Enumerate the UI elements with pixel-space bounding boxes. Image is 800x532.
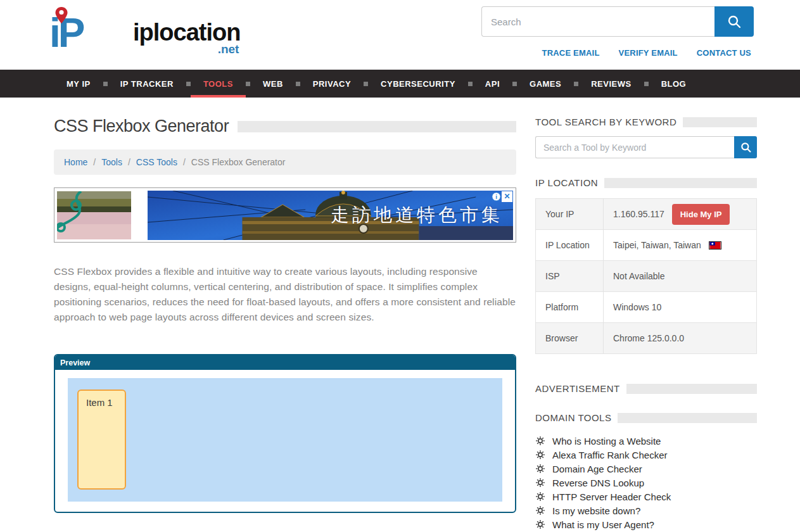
verify-email-link[interactable]: VERIFY EMAIL (619, 48, 678, 58)
nav-item-ip-tracker[interactable]: IP TRACKER (108, 70, 186, 98)
breadcrumb: Home / Tools / CSS Tools / CSS Flexbox G… (54, 149, 516, 175)
tool-search (535, 136, 757, 158)
tool-search-button[interactable] (734, 136, 757, 158)
site-logo[interactable]: iP iplocation .net (49, 8, 240, 58)
list-item[interactable]: Alexa Traffic Rank Checker (535, 448, 757, 462)
tool-search-heading-row: TOOL SEARCH BY KEYWORD (535, 117, 757, 127)
nav-item-privacy[interactable]: PRIVACY (300, 70, 364, 98)
tool-link: Domain Age Checker (552, 464, 642, 474)
list-item[interactable]: Is my website down? (535, 504, 757, 517)
gear-icon (535, 505, 545, 516)
tool-link: Alexa Traffic Rank Checker (552, 450, 667, 460)
tool-description: CSS Flexbox provides a flexible and intu… (54, 264, 516, 325)
platform-value: Windows 10 (604, 292, 757, 323)
taiwan-flag-icon (709, 241, 721, 250)
nav-separator (468, 82, 473, 86)
title-row: CSS Flexbox Generator (54, 117, 516, 136)
ad-close-icon[interactable]: ✕ (502, 191, 512, 202)
heading-decorative-bar (683, 117, 757, 127)
search-button[interactable] (714, 6, 754, 37)
ad-left-photo (57, 191, 131, 239)
advertisement-heading: ADVERTISEMENT (535, 383, 620, 394)
row-value-cell: Taipei, Taiwan, Taiwan (604, 230, 757, 261)
nav-item-web[interactable]: WEB (250, 70, 296, 98)
gear-icon (535, 464, 545, 474)
row-label: Platform (536, 292, 604, 323)
table-row: Your IP 1.160.95.117 Hide My IP (536, 199, 757, 230)
nav-item-api[interactable]: API (473, 70, 512, 98)
heading-decorative-bar (618, 413, 757, 423)
domain-tools-heading-row: DOMAIN TOOLS (535, 412, 757, 423)
title-decorative-bar (238, 121, 516, 132)
ip-location-table: Your IP 1.160.95.117 Hide My IP IP Locat… (535, 198, 757, 354)
list-item[interactable]: Reverse DNS Lookup (535, 476, 757, 490)
tool-search-input[interactable] (535, 136, 734, 158)
header-links: TRACE EMAIL VERIFY EMAIL CONTACT US (542, 48, 751, 58)
advertisement-heading-row: ADVERTISEMENT (535, 383, 757, 394)
logo-text: iplocation .net (133, 19, 240, 46)
flex-item-1[interactable]: Item 1 (77, 390, 126, 490)
content-area: CSS Flexbox Generator Home / Tools / CSS… (0, 98, 800, 531)
nav-separator (246, 82, 250, 86)
heading-decorative-bar (604, 178, 757, 188)
search-icon (740, 142, 751, 153)
tool-link: What is my User Agent? (552, 519, 654, 530)
logo-tld: .net (218, 42, 239, 56)
isp-value: Not Available (604, 261, 757, 292)
ad-banner[interactable]: 走訪地道特色市集 i ✕ (54, 187, 516, 243)
row-label: ISP (536, 261, 604, 292)
your-ip-value: 1.160.95.117 (613, 209, 664, 219)
heading-decorative-bar (626, 384, 757, 394)
nav-item-tools[interactable]: TOOLS (191, 70, 246, 98)
row-label: Browser (536, 323, 604, 354)
breadcrumb-separator: / (93, 157, 96, 167)
gear-icon (535, 519, 545, 529)
gear-icon (535, 491, 545, 502)
list-item[interactable]: HTTP Server Header Check (535, 490, 757, 504)
contact-us-link[interactable]: CONTACT US (697, 48, 751, 58)
preview-panel: Preview Item 1 (54, 354, 516, 513)
tool-search-heading: TOOL SEARCH BY KEYWORD (535, 117, 676, 127)
domain-tools-list: Who is Hosting a Website Alexa Traffic R… (535, 434, 757, 531)
sidebar: TOOL SEARCH BY KEYWORD IP LOCATION (535, 115, 757, 531)
breadcrumb-tools[interactable]: Tools (101, 157, 122, 167)
tool-link: HTTP Server Header Check (552, 491, 671, 502)
breadcrumb-separator: / (183, 157, 186, 167)
tool-link: Is my website down? (552, 505, 640, 516)
nav-item-cybersecurity[interactable]: CYBERSECURITY (368, 70, 468, 98)
list-item[interactable]: What is my User Agent? (535, 517, 757, 531)
ip-location-value: Taipei, Taiwan, Taiwan (613, 240, 701, 250)
main-nav: MY IP IP TRACKER TOOLS WEB PRIVACY CYBER… (0, 70, 800, 98)
nav-separator (103, 82, 108, 86)
row-value-cell: 1.160.95.117 Hide My IP (604, 199, 757, 230)
ad-main-image: 走訪地道特色市集 i ✕ (148, 191, 513, 240)
breadcrumb-current: CSS Flexbox Generator (191, 157, 286, 167)
list-item[interactable]: Domain Age Checker (535, 462, 757, 476)
nav-item-blog[interactable]: BLOG (649, 70, 699, 98)
ip-location-heading-row: IP LOCATION (535, 177, 757, 188)
breadcrumb-css-tools[interactable]: CSS Tools (136, 157, 177, 167)
hide-my-ip-button[interactable]: Hide My IP (672, 204, 730, 225)
breadcrumb-home[interactable]: Home (64, 157, 87, 167)
breadcrumb-separator: / (128, 157, 130, 167)
nav-item-reviews[interactable]: REVIEWS (578, 70, 644, 98)
browser-value: Chrome 125.0.0.0 (604, 323, 757, 354)
preview-panel-body: Item 1 (55, 370, 515, 512)
gear-icon (535, 478, 545, 488)
table-row: IP Location Taipei, Taiwan, Taiwan (536, 230, 757, 261)
page: iP iplocation .net TRACE EMAIL VERIFY EM… (0, 0, 800, 532)
search-input[interactable] (481, 6, 714, 37)
header-search (481, 6, 754, 37)
trace-email-link[interactable]: TRACE EMAIL (542, 48, 600, 58)
nav-item-my-ip[interactable]: MY IP (54, 70, 103, 98)
location-pin-icon (54, 6, 68, 25)
flexbox-preview-container: Item 1 (68, 378, 502, 502)
nav-item-games[interactable]: GAMES (517, 70, 574, 98)
table-row: Browser Chrome 125.0.0.0 (536, 323, 757, 354)
table-row: Platform Windows 10 (536, 292, 757, 323)
list-item[interactable]: Who is Hosting a Website (535, 434, 757, 448)
ad-info-icon[interactable]: i (492, 192, 501, 201)
page-title: CSS Flexbox Generator (54, 117, 229, 136)
nav-separator (364, 82, 368, 86)
ad-controls: i ✕ (491, 191, 512, 202)
